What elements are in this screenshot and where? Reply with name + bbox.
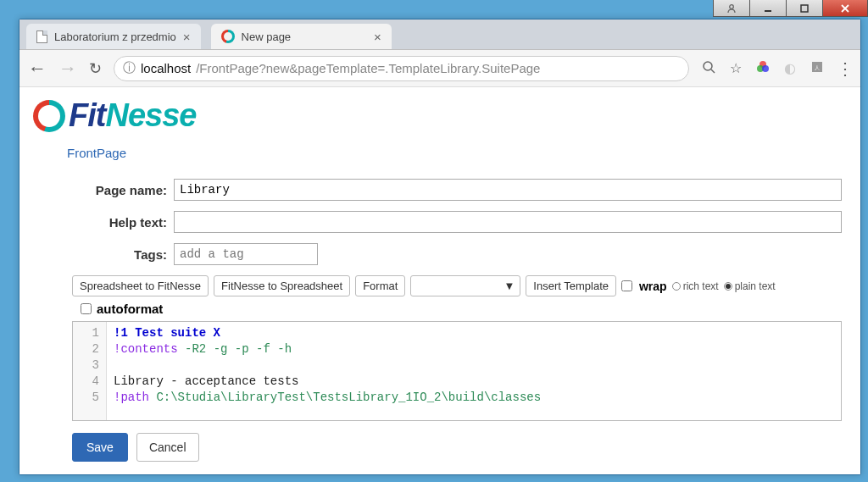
tab-strip: Laboratorium z przedmio × New page × bbox=[19, 19, 860, 50]
tab-1[interactable]: Laboratorium z przedmio × bbox=[26, 24, 201, 49]
svg-point-3 bbox=[704, 62, 712, 70]
breadcrumb: FrontPage bbox=[67, 146, 847, 160]
window-controls bbox=[714, 0, 868, 19]
spreadsheet-to-fitnesse-button[interactable]: Spreadsheet to FitNesse bbox=[72, 275, 209, 296]
url-host: localhost bbox=[141, 61, 191, 75]
star-icon[interactable]: ☆ bbox=[728, 60, 743, 76]
code-editor[interactable]: 1 2 3 4 5 !1 Test suite X !contents -R2 … bbox=[72, 321, 842, 421]
fitnesse-icon bbox=[221, 30, 235, 43]
close-icon[interactable]: × bbox=[183, 30, 191, 44]
autoformat-checkbox[interactable] bbox=[81, 303, 92, 314]
site-info-icon[interactable]: ⓘ bbox=[123, 60, 136, 76]
forward-button[interactable]: → bbox=[58, 58, 77, 80]
rich-text-radio[interactable] bbox=[672, 282, 681, 291]
tab-2[interactable]: New page × bbox=[211, 24, 392, 49]
reload-button[interactable]: ↻ bbox=[89, 59, 102, 78]
code-line-5b: C:\Studia\LibraryTest\TestsLibrary_1IO_2… bbox=[149, 391, 541, 404]
page-name-row: Page name: bbox=[72, 179, 842, 201]
browser-window: Laboratorium z przedmio × New page × ← →… bbox=[19, 19, 861, 475]
svg-rect-2 bbox=[801, 5, 808, 12]
window-minimize-button[interactable] bbox=[749, 0, 787, 17]
chevron-down-icon: ▼ bbox=[504, 280, 515, 292]
window-close-button[interactable] bbox=[822, 0, 868, 17]
code-line-4: Library - acceptance tests bbox=[114, 374, 298, 388]
tags-label: Tags: bbox=[72, 247, 167, 262]
page-name-label: Page name: bbox=[72, 183, 167, 197]
logo-mark-icon bbox=[33, 100, 65, 132]
help-text-label: Help text: bbox=[72, 215, 167, 230]
code-area[interactable]: !1 Test suite X !contents -R2 -g -p -f -… bbox=[107, 322, 548, 420]
browser-toolbar: ← → ↻ ⓘ localhost/FrontPage?new&pageTemp… bbox=[19, 50, 860, 87]
wrap-checkbox[interactable] bbox=[621, 280, 632, 291]
menu-icon[interactable]: ⋮ bbox=[837, 58, 852, 79]
address-bar[interactable]: ⓘ localhost/FrontPage?new&pageTemplate=.… bbox=[114, 56, 689, 81]
tags-row: Tags: bbox=[72, 243, 842, 265]
extension-icon[interactable]: ◐ bbox=[782, 60, 798, 76]
window-maximize-button[interactable] bbox=[786, 0, 823, 17]
logo-text-nesse: Nesse bbox=[105, 97, 196, 133]
format-select[interactable]: ▼ bbox=[410, 275, 520, 296]
rich-text-radio-label[interactable]: rich text bbox=[672, 280, 719, 292]
tab-title: New page bbox=[242, 30, 292, 43]
back-button[interactable]: ← bbox=[28, 58, 47, 80]
zoom-icon[interactable] bbox=[701, 60, 716, 77]
line-gutter: 1 2 3 4 5 bbox=[73, 322, 107, 420]
extension-rgb-icon[interactable] bbox=[755, 60, 771, 77]
plain-text-radio[interactable] bbox=[724, 282, 732, 291]
editor-toolbar: Spreadsheet to FitNesse FitNesse to Spre… bbox=[72, 275, 842, 296]
fitnesse-to-spreadsheet-button[interactable]: FitNesse to Spreadsheet bbox=[214, 275, 350, 296]
save-button[interactable]: Save bbox=[72, 433, 128, 462]
format-button[interactable]: Format bbox=[355, 275, 405, 296]
autoformat-row: autoformat bbox=[81, 302, 842, 316]
svg-line-4 bbox=[711, 69, 715, 73]
page-content: FitNesse FrontPage Page name: Help text:… bbox=[19, 87, 860, 474]
code-line-5a: !path bbox=[114, 391, 149, 404]
svg-point-0 bbox=[730, 4, 734, 8]
fitnesse-logo: FitNesse bbox=[33, 97, 847, 134]
breadcrumb-link[interactable]: FrontPage bbox=[67, 146, 126, 160]
code-line-1: !1 Test suite X bbox=[114, 326, 220, 340]
plain-text-radio-label[interactable]: plain text bbox=[724, 280, 776, 292]
url-path: /FrontPage?new&pageTemplate=.TemplateLib… bbox=[196, 61, 540, 75]
close-icon[interactable]: × bbox=[374, 30, 381, 44]
help-text-row: Help text: bbox=[72, 211, 842, 233]
svg-rect-1 bbox=[765, 10, 771, 12]
wrap-label: wrap bbox=[639, 280, 667, 293]
form-actions: Save Cancel bbox=[72, 433, 842, 462]
insert-template-button[interactable]: Insert Template bbox=[526, 275, 616, 296]
page-form: Page name: Help text: Tags: Spreadsheet … bbox=[72, 179, 842, 462]
window-user-button[interactable] bbox=[713, 0, 750, 17]
svg-text:人: 人 bbox=[815, 65, 820, 70]
cancel-button[interactable]: Cancel bbox=[136, 433, 199, 462]
code-line-2a: !contents bbox=[114, 342, 178, 356]
pdf-icon[interactable]: 人 bbox=[810, 60, 825, 77]
page-name-input[interactable] bbox=[174, 179, 842, 201]
tags-input[interactable] bbox=[174, 243, 318, 265]
code-line-2b: -R2 -g -p -f -h bbox=[178, 342, 292, 356]
svg-point-7 bbox=[762, 65, 769, 72]
help-text-input[interactable] bbox=[174, 211, 842, 233]
logo-text-fit: Fit bbox=[69, 97, 105, 133]
autoformat-label: autoformat bbox=[97, 302, 163, 316]
file-icon bbox=[36, 30, 47, 43]
tab-title: Laboratorium z przedmio bbox=[54, 30, 176, 43]
